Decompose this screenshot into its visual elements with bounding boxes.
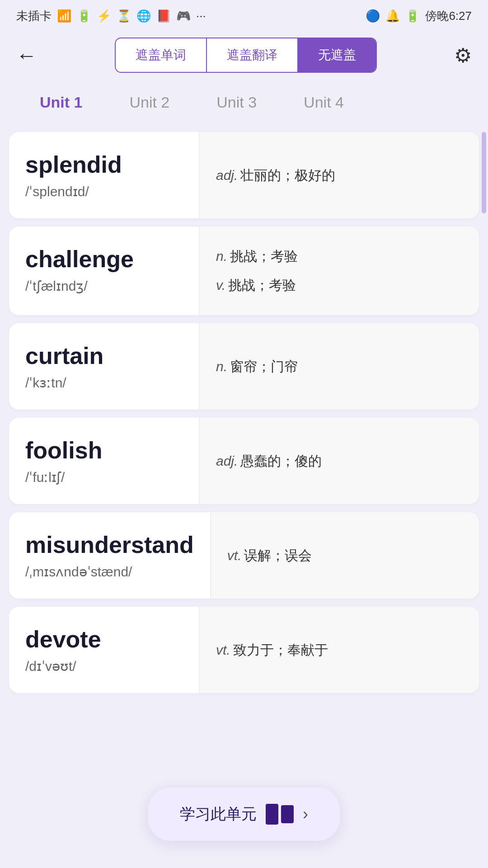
back-button[interactable]: ← xyxy=(16,45,37,66)
status-right: 🔵 🔔 🔋 傍晚6:27 xyxy=(366,8,472,24)
word-phonetic-curtain: /ˈkɜːtn/ xyxy=(25,375,183,391)
word-left-devote: devote /dɪˈvəʊt/ xyxy=(9,607,199,693)
carrier-text: 未插卡 xyxy=(16,8,52,24)
word-meaning-foolish-0: 愚蠢的；傻的 xyxy=(240,453,322,468)
scrollbar[interactable] xyxy=(482,132,486,213)
word-pos-misunderstand-0: vt. xyxy=(227,548,242,563)
word-pos-challenge-1: v. xyxy=(216,278,225,292)
word-def-foolish-0: adj.愚蠢的；傻的 xyxy=(216,450,463,472)
word-pos-foolish-0: adj. xyxy=(216,453,238,468)
word-def-splendid-0: adj.壮丽的；极好的 xyxy=(216,165,463,186)
word-meaning-misunderstand-0: 误解；误会 xyxy=(244,548,312,563)
card-icon-right xyxy=(281,805,294,823)
tab-unit1[interactable]: Unit 1 xyxy=(16,86,106,118)
word-def-challenge-1: v.挑战；考验 xyxy=(216,274,463,296)
word-phonetic-splendid: /ˈsplendɪd/ xyxy=(25,184,183,199)
study-button-label: 学习此单元 xyxy=(180,804,257,825)
tab-unit2[interactable]: Unit 2 xyxy=(106,86,193,118)
word-phonetic-misunderstand: /ˌmɪsʌndəˈstænd/ xyxy=(25,564,194,580)
word-right-devote: vt.致力于；奉献于 xyxy=(200,607,479,693)
word-text-curtain: curtain xyxy=(25,342,183,369)
study-unit-button[interactable]: 学习此单元 › xyxy=(148,788,340,841)
word-def-devote-0: vt.致力于；奉献于 xyxy=(216,639,463,661)
word-pos-challenge-0: n. xyxy=(216,249,227,264)
word-text-misunderstand: misunderstand xyxy=(25,531,194,558)
word-right-splendid: adj.壮丽的；极好的 xyxy=(200,132,479,218)
word-right-misunderstand: vt.误解；误会 xyxy=(211,512,479,599)
unit-tabs: Unit 1 Unit 2 Unit 3 Unit 4 xyxy=(0,77,488,123)
top-nav: ← 遮盖单词 遮盖翻译 无遮盖 ⚙ xyxy=(0,28,488,77)
filter-cover-translation[interactable]: 遮盖翻译 xyxy=(207,38,298,72)
battery-icon: 🔋 xyxy=(405,9,420,23)
study-button-container: 学习此单元 › xyxy=(148,788,340,841)
card-icon-left xyxy=(266,804,278,825)
study-button-icon xyxy=(266,804,294,825)
status-left: 未插卡 📶 🔋 ⚡ ⏳ 🌐 📕 🎮 ··· xyxy=(16,8,206,24)
word-meaning-challenge-0: 挑战；考验 xyxy=(230,249,298,264)
status-bar: 未插卡 📶 🔋 ⚡ ⏳ 🌐 📕 🎮 ··· 🔵 🔔 🔋 傍晚6:27 xyxy=(0,0,488,28)
filter-no-cover[interactable]: 无遮盖 xyxy=(298,38,376,72)
word-meaning-devote-0: 致力于；奉献于 xyxy=(233,642,328,657)
word-card-curtain: curtain /ˈkɜːtn/ n.窗帘；门帘 xyxy=(9,323,479,410)
filter-group: 遮盖单词 遮盖翻译 无遮盖 xyxy=(115,38,377,73)
word-text-splendid: splendid xyxy=(25,151,183,178)
word-phonetic-devote: /dɪˈvəʊt/ xyxy=(25,658,183,674)
word-pos-splendid-0: adj. xyxy=(216,168,238,183)
usb-icon: ⚡ xyxy=(97,9,111,23)
word-pos-curtain-0: n. xyxy=(216,359,227,374)
bluetooth-icon: 🔵 xyxy=(366,9,380,23)
signal-icon: 📶 xyxy=(57,9,71,23)
word-meaning-challenge-1: 挑战；考验 xyxy=(228,278,296,292)
word-left-challenge: challenge /ˈtʃælɪndʒ/ xyxy=(9,226,199,315)
word-right-challenge: n.挑战；考验 v.挑战；考验 xyxy=(200,226,479,315)
word-meaning-curtain-0: 窗帘；门帘 xyxy=(230,359,298,374)
word-pos-devote-0: vt. xyxy=(216,642,230,657)
word-def-curtain-0: n.窗帘；门帘 xyxy=(216,356,463,377)
bell-icon: 🔔 xyxy=(385,9,400,23)
word-card-foolish: foolish /ˈfuːlɪʃ/ adj.愚蠢的；傻的 xyxy=(9,418,479,504)
word-def-misunderstand-0: vt.误解；误会 xyxy=(227,545,463,566)
study-button-arrow: › xyxy=(303,805,308,824)
word-right-curtain: n.窗帘；门帘 xyxy=(200,323,479,410)
time-display: 傍晚6:27 xyxy=(425,8,472,24)
word-list: splendid /ˈsplendɪd/ adj.壮丽的；极好的 challen… xyxy=(0,123,488,783)
settings-button[interactable]: ⚙ xyxy=(454,44,472,67)
word-card-challenge: challenge /ˈtʃælɪndʒ/ n.挑战；考验 v.挑战；考验 xyxy=(9,226,479,315)
word-phonetic-challenge: /ˈtʃælɪndʒ/ xyxy=(25,278,183,294)
word-left-curtain: curtain /ˈkɜːtn/ xyxy=(9,323,199,410)
app-icon-1: 📕 xyxy=(156,9,171,23)
filter-cover-word[interactable]: 遮盖单词 xyxy=(116,38,207,72)
word-left-splendid: splendid /ˈsplendɪd/ xyxy=(9,132,199,218)
word-left-foolish: foolish /ˈfuːlɪʃ/ xyxy=(9,418,199,504)
word-meaning-splendid-0: 壮丽的；极好的 xyxy=(240,168,335,183)
word-text-challenge: challenge xyxy=(25,245,183,273)
word-card-devote: devote /dɪˈvəʊt/ vt.致力于；奉献于 xyxy=(9,607,479,693)
word-card-misunderstand: misunderstand /ˌmɪsʌndəˈstænd/ vt.误解；误会 xyxy=(9,512,479,599)
globe-icon: 🌐 xyxy=(136,9,151,23)
word-def-challenge-0: n.挑战；考验 xyxy=(216,245,463,267)
wifi-icon: 🔋 xyxy=(77,9,91,23)
more-icon: ··· xyxy=(196,9,206,23)
tab-unit4[interactable]: Unit 4 xyxy=(280,86,367,118)
app-icon-2: 🎮 xyxy=(176,9,191,23)
word-card-splendid: splendid /ˈsplendɪd/ adj.壮丽的；极好的 xyxy=(9,132,479,218)
tab-unit3[interactable]: Unit 3 xyxy=(193,86,280,118)
word-phonetic-foolish: /ˈfuːlɪʃ/ xyxy=(25,469,183,485)
word-text-foolish: foolish xyxy=(25,437,183,464)
word-right-foolish: adj.愚蠢的；傻的 xyxy=(200,418,479,504)
word-text-devote: devote xyxy=(25,626,183,653)
hourglass-icon: ⏳ xyxy=(117,9,131,23)
word-left-misunderstand: misunderstand /ˌmɪsʌndəˈstænd/ xyxy=(9,512,210,599)
